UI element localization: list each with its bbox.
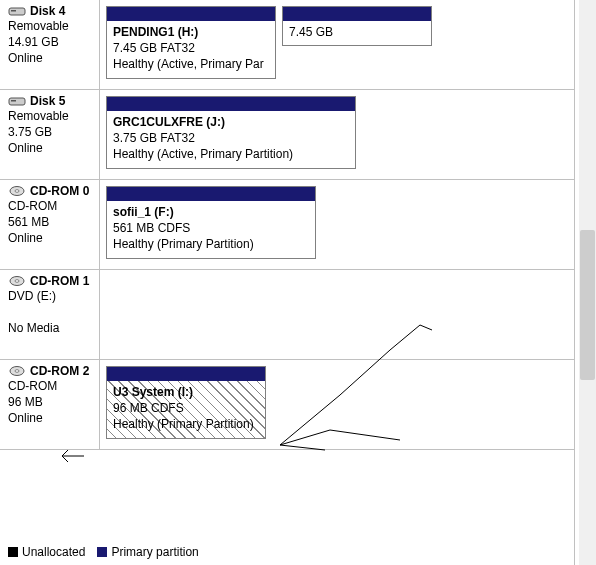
partition-health: Healthy (Primary Partition) — [113, 236, 309, 252]
disk-status: Online — [8, 50, 95, 66]
disk-row[interactable]: Disk 4Removable14.91 GBOnlinePENDING1 (H… — [0, 0, 574, 90]
partition-stripe — [283, 7, 431, 21]
disk-size: 14.91 GB — [8, 34, 95, 50]
partition-body: U3 System (I:)96 MB CDFSHealthy (Primary… — [107, 381, 265, 438]
disk-title: Disk 5 — [8, 94, 95, 108]
disk-size: 96 MB — [8, 394, 95, 410]
disk-status: Online — [8, 230, 95, 246]
disk-details: CD-ROM96 MBOnline — [8, 378, 95, 427]
disk-name: Disk 5 — [30, 94, 65, 108]
partition-label: sofii_1 (F:) — [113, 204, 309, 220]
partitions-area: U3 System (I:)96 MB CDFSHealthy (Primary… — [100, 360, 574, 449]
cdrom-icon — [8, 275, 26, 287]
disk-title: CD-ROM 2 — [8, 364, 95, 378]
disk-details: Removable3.75 GBOnline — [8, 108, 95, 157]
disk-info-pane[interactable]: Disk 4Removable14.91 GBOnline — [0, 0, 100, 89]
partition-stripe — [107, 97, 355, 111]
svg-point-5 — [15, 190, 19, 193]
disk-name: Disk 4 — [30, 4, 65, 18]
disk-row[interactable]: CD-ROM 0CD-ROM561 MBOnlinesofii_1 (F:)56… — [0, 180, 574, 270]
disk-name: CD-ROM 1 — [30, 274, 89, 288]
disk-size: 3.75 GB — [8, 124, 95, 140]
svg-point-7 — [15, 280, 19, 283]
disk-size: 561 MB — [8, 214, 95, 230]
partition-stripe — [107, 7, 275, 21]
disk-row[interactable]: CD-ROM 1DVD (E:) No Media — [0, 270, 574, 360]
disk-name: CD-ROM 2 — [30, 364, 89, 378]
partition-body: sofii_1 (F:)561 MB CDFSHealthy (Primary … — [107, 201, 315, 258]
partitions-area: PENDING1 (H:)7.45 GB FAT32Healthy (Activ… — [100, 0, 574, 89]
partition-size: 561 MB CDFS — [113, 220, 309, 236]
disk-row[interactable]: CD-ROM 2CD-ROM96 MBOnlineU3 System (I:)9… — [0, 360, 574, 450]
legend-primary-label: Primary partition — [111, 545, 198, 559]
disk-status: Online — [8, 140, 95, 156]
partition[interactable]: 7.45 GB — [282, 6, 432, 46]
disk-name: CD-ROM 0 — [30, 184, 89, 198]
swatch-primary — [97, 547, 107, 557]
partitions-area: GRC1CULXFRE (J:)3.75 GB FAT32Healthy (Ac… — [100, 90, 574, 179]
partition-size: 3.75 GB FAT32 — [113, 130, 349, 146]
partition[interactable]: U3 System (I:)96 MB CDFSHealthy (Primary… — [106, 366, 266, 439]
legend-unallocated: Unallocated — [8, 545, 85, 559]
legend-unallocated-label: Unallocated — [22, 545, 85, 559]
partition-size: 7.45 GB — [289, 24, 425, 40]
partition-health: Healthy (Active, Primary Par — [113, 56, 269, 72]
disk-details: DVD (E:) No Media — [8, 288, 95, 337]
disk-type: DVD (E:) — [8, 288, 95, 304]
partition-health: Healthy (Primary Partition) — [113, 416, 259, 432]
partition-body: 7.45 GB — [283, 21, 431, 45]
partition-stripe — [107, 367, 265, 381]
vertical-scrollbar[interactable] — [579, 0, 596, 565]
svg-point-9 — [15, 370, 19, 373]
partition-body: GRC1CULXFRE (J:)3.75 GB FAT32Healthy (Ac… — [107, 111, 355, 168]
cdrom-icon — [8, 185, 26, 197]
disk-title: CD-ROM 0 — [8, 184, 95, 198]
svg-rect-3 — [11, 100, 16, 102]
disk-title: Disk 4 — [8, 4, 95, 18]
disk-info-pane[interactable]: CD-ROM 1DVD (E:) No Media — [0, 270, 100, 359]
disk-row[interactable]: Disk 5Removable3.75 GBOnlineGRC1CULXFRE … — [0, 90, 574, 180]
disk-info-pane[interactable]: CD-ROM 0CD-ROM561 MBOnline — [0, 180, 100, 269]
cdrom-icon — [8, 365, 26, 377]
partition-health: Healthy (Active, Primary Partition) — [113, 146, 349, 162]
partition-size: 96 MB CDFS — [113, 400, 259, 416]
partition-body: PENDING1 (H:)7.45 GB FAT32Healthy (Activ… — [107, 21, 275, 78]
swatch-unallocated — [8, 547, 18, 557]
partition[interactable]: GRC1CULXFRE (J:)3.75 GB FAT32Healthy (Ac… — [106, 96, 356, 169]
disk-type: Removable — [8, 108, 95, 124]
partition-size: 7.45 GB FAT32 — [113, 40, 269, 56]
svg-rect-1 — [11, 10, 16, 12]
partitions-area — [100, 270, 574, 359]
partition[interactable]: PENDING1 (H:)7.45 GB FAT32Healthy (Activ… — [106, 6, 276, 79]
scrollbar-thumb[interactable] — [580, 230, 595, 380]
disk-type: CD-ROM — [8, 378, 95, 394]
partition-label: GRC1CULXFRE (J:) — [113, 114, 349, 130]
disk-info-pane[interactable]: Disk 5Removable3.75 GBOnline — [0, 90, 100, 179]
partition[interactable]: sofii_1 (F:)561 MB CDFSHealthy (Primary … — [106, 186, 316, 259]
partition-stripe — [107, 187, 315, 201]
partition-label: U3 System (I:) — [113, 384, 259, 400]
disk-status: Online — [8, 410, 95, 426]
legend-primary: Primary partition — [97, 545, 198, 559]
partitions-area: sofii_1 (F:)561 MB CDFSHealthy (Primary … — [100, 180, 574, 269]
disk-icon — [8, 5, 26, 17]
disk-icon — [8, 95, 26, 107]
disk-type: CD-ROM — [8, 198, 95, 214]
disk-details: CD-ROM561 MBOnline — [8, 198, 95, 247]
disk-status: No Media — [8, 320, 95, 336]
partition-label: PENDING1 (H:) — [113, 24, 269, 40]
disk-type: Removable — [8, 18, 95, 34]
legend: Unallocated Primary partition — [8, 545, 199, 559]
disk-title: CD-ROM 1 — [8, 274, 95, 288]
disk-info-pane[interactable]: CD-ROM 2CD-ROM96 MBOnline — [0, 360, 100, 449]
disk-details: Removable14.91 GBOnline — [8, 18, 95, 67]
